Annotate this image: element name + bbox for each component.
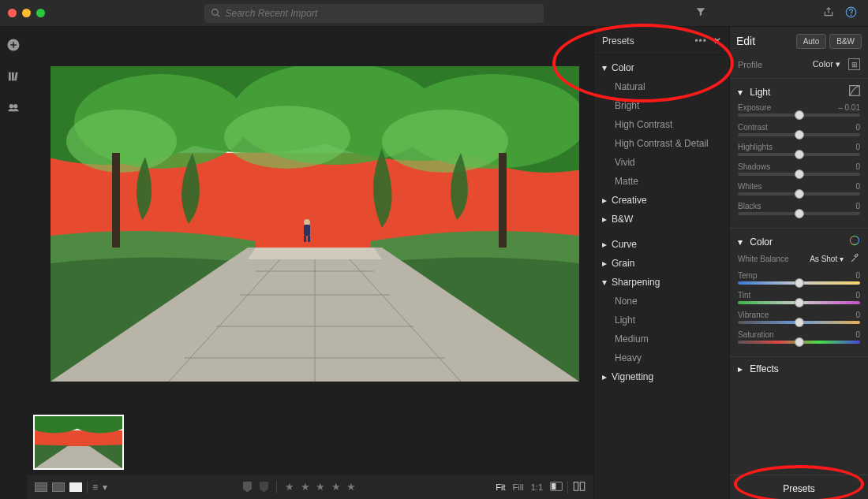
edit-title: Edit — [736, 35, 755, 47]
preset-high-contrast[interactable]: High Contrast — [594, 115, 729, 134]
preset-matte[interactable]: Matte — [594, 172, 729, 191]
contrast-slider[interactable]: Contrast0 — [738, 123, 860, 136]
svg-point-3 — [851, 14, 851, 15]
compare-icon[interactable] — [573, 481, 586, 493]
exposure-slider[interactable]: Exposure– 0.01 — [738, 103, 860, 117]
stage — [27, 27, 593, 411]
search-area — [204, 4, 544, 23]
wb-label: White Balance — [738, 255, 788, 263]
preset-sharpen-none[interactable]: None — [594, 292, 729, 311]
library-icon[interactable] — [7, 70, 20, 85]
edit-panel: Edit Auto B&W Profile Color ⊞ Light — [729, 27, 868, 499]
grid-small-view[interactable] — [35, 482, 47, 492]
preset-sharpen-medium[interactable]: Medium — [594, 330, 729, 348]
temp-slider[interactable]: Temp0 — [738, 271, 860, 285]
preset-group-bw[interactable]: B&W — [594, 210, 729, 229]
profile-browser-icon[interactable]: ⊞ — [848, 58, 860, 70]
svg-line-1 — [217, 14, 219, 17]
color-section: Color White Balance As Shot Temp0 Tint0 — [730, 228, 868, 356]
blacks-slider[interactable]: Blacks0 — [738, 202, 860, 215]
wb-select[interactable]: As Shot — [810, 255, 844, 263]
preset-group-sharpening[interactable]: Sharpening — [594, 273, 729, 292]
light-section: Light Exposure– 0.01 Contrast0 Highlight… — [730, 78, 868, 228]
preset-group-grain[interactable]: Grain — [594, 254, 729, 273]
svg-point-44 — [850, 236, 859, 244]
rating-stars[interactable]: ★ ★ ★ ★ ★ — [285, 481, 357, 493]
zoom-fill[interactable]: Fill — [511, 482, 526, 492]
svg-point-0 — [211, 9, 218, 16]
effects-toggle[interactable] — [738, 363, 743, 374]
saturation-slider[interactable]: Saturation0 — [738, 330, 860, 344]
color-mixer-icon[interactable] — [849, 235, 860, 248]
sort-dropdown[interactable] — [103, 482, 107, 493]
zoom-1to1[interactable]: 1:1 — [529, 482, 545, 492]
preset-group-creative[interactable]: Creative — [594, 191, 729, 210]
search-icon — [211, 8, 221, 18]
profile-select[interactable]: Color — [813, 59, 840, 69]
close-window[interactable] — [8, 9, 17, 17]
svg-rect-36 — [35, 430, 122, 446]
thumbnail-1[interactable] — [33, 415, 124, 470]
highlights-slider[interactable]: Highlights0 — [738, 143, 860, 156]
sharing-icon[interactable] — [7, 101, 20, 116]
svg-rect-34 — [499, 153, 507, 248]
minimize-window[interactable] — [22, 9, 31, 17]
svg-rect-21 — [304, 236, 306, 242]
svg-rect-22 — [308, 236, 310, 242]
zoom-fit[interactable]: Fit — [493, 482, 507, 492]
svg-rect-5 — [9, 73, 11, 81]
presets-more-icon[interactable]: ••• — [694, 35, 707, 47]
svg-point-31 — [224, 106, 350, 169]
add-photo-icon[interactable] — [6, 38, 21, 54]
filter-icon[interactable] — [695, 6, 706, 20]
loupe-view[interactable] — [69, 482, 82, 492]
preset-vivid[interactable]: Vivid — [594, 153, 729, 172]
svg-rect-42 — [580, 482, 584, 490]
preset-group-color[interactable]: Color — [594, 58, 729, 77]
flag-pick[interactable] — [243, 482, 252, 493]
presets-title: Presets — [602, 35, 634, 47]
zoom-modes[interactable]: Fit Fill 1:1 — [493, 482, 545, 492]
color-toggle[interactable] — [738, 236, 743, 248]
tone-curve-icon[interactable] — [849, 85, 860, 99]
help-icon[interactable] — [845, 6, 857, 20]
vibrance-slider[interactable]: Vibrance0 — [738, 311, 860, 324]
profile-label: Profile — [738, 60, 762, 69]
grid-large-view[interactable] — [52, 482, 65, 492]
presets-close-icon[interactable]: ✕ — [713, 35, 721, 47]
preset-sharpen-light[interactable]: Light — [594, 311, 729, 330]
shadows-slider[interactable]: Shadows0 — [738, 162, 860, 176]
svg-rect-6 — [12, 73, 14, 81]
svg-point-32 — [382, 110, 508, 173]
search-input[interactable] — [226, 8, 537, 19]
auto-button[interactable]: Auto — [796, 34, 827, 49]
svg-point-9 — [13, 104, 17, 108]
presets-toggle-button[interactable]: Presets — [730, 475, 868, 499]
fullscreen-window[interactable] — [36, 9, 45, 17]
preset-group-curve[interactable]: Curve — [594, 235, 729, 254]
image-viewer: ≡ ★ ★ ★ ★ ★ Fit Fill 1:1 — [27, 27, 593, 499]
tint-slider[interactable]: Tint0 — [738, 291, 860, 304]
light-toggle[interactable] — [738, 87, 743, 98]
svg-rect-33 — [112, 153, 120, 248]
preset-natural[interactable]: Natural — [594, 77, 729, 96]
whites-slider[interactable]: Whites0 — [738, 182, 860, 196]
svg-rect-41 — [574, 482, 578, 490]
preset-sharpen-heavy[interactable]: Heavy — [594, 348, 729, 367]
bw-button[interactable]: B&W — [829, 34, 862, 49]
left-rail — [0, 27, 27, 499]
svg-point-19 — [304, 219, 310, 225]
share-icon[interactable] — [823, 6, 834, 20]
eyedropper-icon[interactable] — [850, 253, 860, 265]
main-photo[interactable] — [51, 66, 579, 384]
preset-high-contrast-detail[interactable]: High Contrast & Detail — [594, 134, 729, 153]
presets-panel: Presets ••• ✕ Color Natural Bright High … — [593, 27, 729, 499]
bottom-toolbar: ≡ ★ ★ ★ ★ ★ Fit Fill 1:1 — [27, 474, 593, 499]
svg-rect-40 — [552, 483, 556, 490]
flag-reject[interactable] — [260, 482, 268, 493]
preset-group-vignetting[interactable]: Vignetting — [594, 367, 729, 386]
preset-bright[interactable]: Bright — [594, 96, 729, 115]
show-original-icon[interactable] — [550, 482, 563, 493]
sort-icon[interactable]: ≡ — [92, 482, 98, 493]
search-box[interactable] — [204, 4, 544, 23]
